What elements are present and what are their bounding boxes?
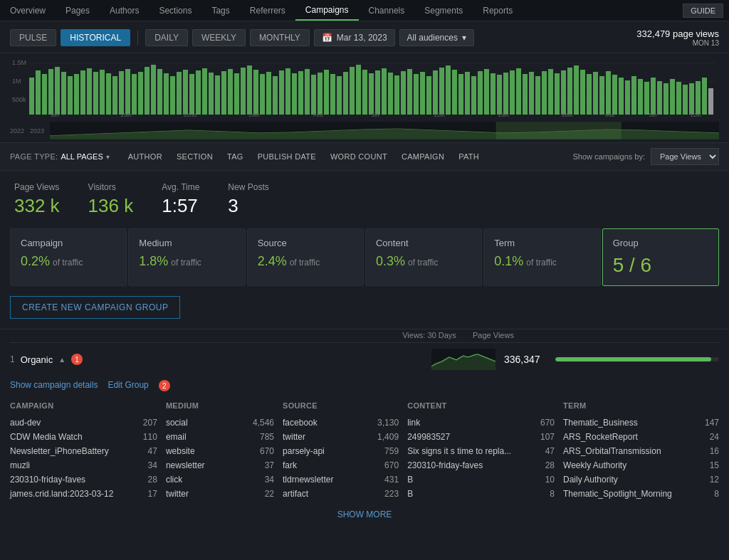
nav-channels[interactable]: Channels xyxy=(359,0,415,21)
stat-avg-time: Avg. Time 1:57 xyxy=(162,182,199,217)
campaign-list: 1 Organic ▲ 1 336,347 Show campaign deta… xyxy=(0,342,729,528)
edit-group-link[interactable]: Edit Group xyxy=(107,380,148,391)
pulse-button[interactable]: PULSE xyxy=(10,29,56,46)
historical-button[interactable]: HISTORICAL xyxy=(61,29,130,46)
svg-rect-99 xyxy=(625,80,630,115)
card-group[interactable]: Group 5 / 6 xyxy=(602,228,719,286)
card-title: Group xyxy=(613,238,708,248)
guide-button[interactable]: GUIDE xyxy=(683,4,723,18)
stat-label: Page Views xyxy=(14,182,60,192)
create-campaign-group-button[interactable]: CREATE NEW CAMPAIGN GROUP xyxy=(10,296,180,319)
organic-progress-bar xyxy=(555,357,719,361)
nav-overview[interactable]: Overview xyxy=(0,0,56,21)
svg-rect-10 xyxy=(55,67,60,115)
svg-rect-127 xyxy=(496,122,622,139)
svg-rect-68 xyxy=(426,76,431,115)
card-content[interactable]: Content 0.3% of traffic xyxy=(365,228,482,286)
svg-rect-57 xyxy=(356,65,361,115)
chevron-up-icon: ▲ xyxy=(58,356,65,364)
table-row: Newsletter_iPhoneBattery 47 website 670 … xyxy=(10,444,719,458)
filter-word-count[interactable]: WORD COUNT xyxy=(323,149,394,164)
show-more[interactable]: SHOW MORE xyxy=(10,501,719,528)
svg-text:5th: 5th xyxy=(371,112,379,118)
svg-rect-95 xyxy=(599,76,604,115)
svg-rect-17 xyxy=(100,70,105,115)
svg-rect-59 xyxy=(369,73,374,115)
svg-rect-33 xyxy=(202,68,207,115)
svg-rect-63 xyxy=(394,75,399,115)
top-nav: Overview Pages Authors Sections Tags Ref… xyxy=(0,0,729,21)
filter-bar: PAGE TYPE: ALL PAGES ▾ AUTHOR SECTION TA… xyxy=(0,142,729,171)
nav-referrers[interactable]: Referrers xyxy=(240,0,295,21)
card-campaign[interactable]: Campaign 0.2% of traffic xyxy=(10,228,127,286)
stat-new-posts: New Posts 3 xyxy=(228,182,268,217)
chart-area: 1.5M 1M 500k xyxy=(0,53,729,142)
filter-campaign[interactable]: CAMPAIGN xyxy=(394,149,451,164)
svg-rect-75 xyxy=(471,76,476,115)
nav-pages[interactable]: Pages xyxy=(56,0,100,21)
pct-label: of traffic xyxy=(526,258,556,268)
daily-button[interactable]: DAILY xyxy=(145,29,188,46)
svg-rect-20 xyxy=(119,71,124,115)
svg-rect-73 xyxy=(458,74,463,115)
nav-tags[interactable]: Tags xyxy=(201,0,239,21)
stats-row: Page Views 332 k Visitors 136 k Avg. Tim… xyxy=(0,171,729,224)
stat-value: 3 xyxy=(228,195,268,217)
card-source[interactable]: Source 2.4% of traffic xyxy=(247,228,364,286)
calendar-icon: 📅 xyxy=(322,33,332,43)
pct-value: 0.3% xyxy=(376,254,405,269)
filter-author[interactable]: AUTHOR xyxy=(121,149,169,164)
svg-rect-47 xyxy=(292,73,297,115)
svg-rect-81 xyxy=(510,70,515,115)
filter-tag[interactable]: TAG xyxy=(220,149,251,164)
campaign-cards: Campaign 0.2% of traffic Medium 1.8% of … xyxy=(0,224,729,296)
svg-rect-105 xyxy=(664,83,668,115)
col-term-header: Term xyxy=(563,398,688,416)
monthly-button[interactable]: MONTHLY xyxy=(250,29,310,46)
svg-rect-93 xyxy=(587,74,592,115)
svg-rect-96 xyxy=(606,71,611,115)
show-campaign-details-link[interactable]: Show campaign details xyxy=(10,380,98,391)
svg-rect-87 xyxy=(548,69,553,115)
page-views-header-label: Page Views xyxy=(473,331,530,339)
svg-text:1M: 1M xyxy=(12,78,21,85)
audience-selector[interactable]: All audiences ▾ xyxy=(399,29,474,46)
nav-segments[interactable]: Segments xyxy=(414,0,473,21)
nav-campaigns[interactable]: Campaigns xyxy=(295,0,359,21)
card-term[interactable]: Term 0.1% of traffic xyxy=(483,228,600,286)
card-medium[interactable]: Medium 1.8% of traffic xyxy=(128,228,245,286)
page-type-filter[interactable]: PAGE TYPE: ALL PAGES ▾ xyxy=(10,152,110,161)
svg-text:19th: 19th xyxy=(498,112,509,118)
sub-links: Show campaign details Edit Group 2 xyxy=(10,376,719,398)
svg-rect-80 xyxy=(503,73,508,115)
table-row: CDW Media Watch 110 email 785 twitter 1,… xyxy=(10,430,719,444)
page-views-count: 332,479 page views xyxy=(636,28,719,39)
audience-label: All audiences xyxy=(407,33,458,43)
date-picker[interactable]: 📅 Mar 13, 2023 xyxy=(314,29,395,46)
show-by-select[interactable]: Page Views xyxy=(651,148,719,165)
pct-value: 1.8% xyxy=(139,254,168,269)
svg-rect-67 xyxy=(420,72,425,115)
svg-rect-6 xyxy=(29,78,34,115)
svg-rect-34 xyxy=(209,73,214,115)
svg-rect-38 xyxy=(234,73,239,115)
svg-rect-52 xyxy=(324,70,329,115)
svg-rect-13 xyxy=(74,74,79,115)
pct-value: 0.1% xyxy=(494,254,523,269)
filter-publish-date[interactable]: PUBLISH DATE xyxy=(251,149,323,164)
filter-path[interactable]: PATH xyxy=(451,149,486,164)
svg-rect-16 xyxy=(93,72,98,115)
weekly-button[interactable]: WEEKLY xyxy=(192,29,246,46)
svg-rect-42 xyxy=(260,74,265,115)
svg-rect-89 xyxy=(561,70,566,115)
svg-rect-28 xyxy=(170,76,175,115)
svg-rect-109 xyxy=(689,83,694,115)
filter-section[interactable]: SECTION xyxy=(169,149,220,164)
nav-authors[interactable]: Authors xyxy=(100,0,149,21)
svg-rect-104 xyxy=(657,81,662,115)
nav-sections[interactable]: Sections xyxy=(149,0,201,21)
stat-label: Avg. Time xyxy=(162,182,199,192)
date-label: Mar 13, 2023 xyxy=(337,33,387,43)
nav-reports[interactable]: Reports xyxy=(473,0,523,21)
stat-value: 136 k xyxy=(88,195,134,217)
